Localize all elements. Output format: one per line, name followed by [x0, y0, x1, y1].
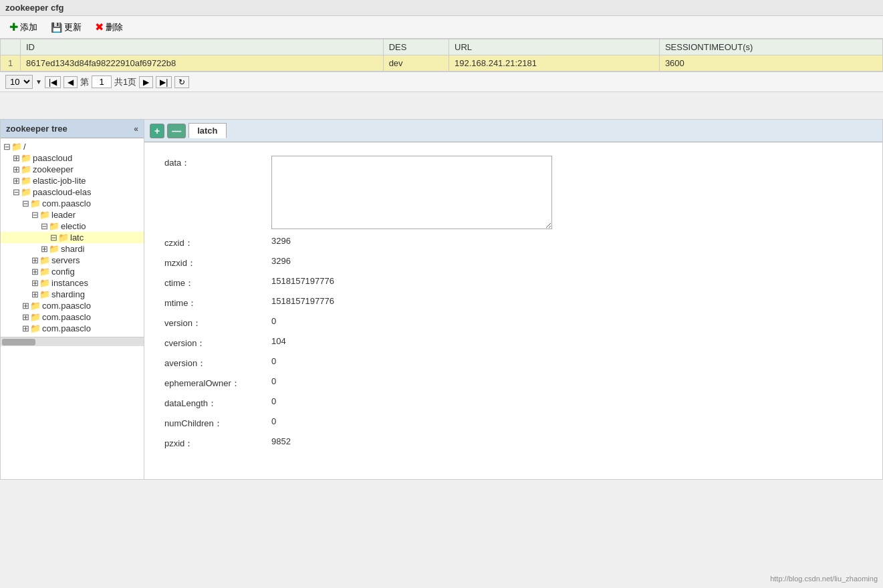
tree-item-sharding[interactable]: ⊞ 📁 sharding [1, 289, 144, 300]
folder-icon-instances: 📁 [39, 278, 50, 288]
update-button[interactable]: 💾 更新 [47, 20, 86, 35]
tree-item-com.paasclo[interactable]: ⊟ 📁 com.paasclo [1, 198, 144, 209]
cfg-table: ID DES URL SESSIONTIMEOUT(s) 1 8617ed134… [0, 39, 883, 71]
field-value: 0 [271, 316, 276, 326]
expand-icon-com.paasclo[interactable]: ⊟ [22, 198, 29, 208]
tree-item-paascloud-elas[interactable]: ⊟ 📁 paascloud-elas [1, 186, 144, 198]
cfg-toolbar: ✚ 添加 💾 更新 ✖ 删除 [0, 16, 883, 39]
first-page-btn[interactable]: |◀ [45, 76, 61, 88]
field-label: ctime： [164, 276, 271, 289]
delete-label: 删除 [106, 21, 123, 33]
field-value: 0 [271, 396, 276, 406]
pagination: 10 20 50 ▼ |◀ ◀ 第 共1页 ▶ ▶| ↻ [0, 71, 883, 92]
tree-item-config[interactable]: ⊞ 📁 config [1, 266, 144, 277]
page-text: 第 [80, 76, 89, 88]
tree-item-com.paasclo4[interactable]: ⊞ 📁 com.paasclo [1, 323, 144, 334]
row-num: 1 [1, 55, 21, 71]
tree-content: ⊟ 📁 / ⊞ 📁 paascloud ⊞ 📁 zookeeper ⊞ 📁 el… [1, 138, 144, 337]
detail-field-row: mtime： 1518157197776 [164, 296, 862, 309]
refresh-btn[interactable]: ↻ [174, 76, 189, 88]
expand-icon-com.paasclo3[interactable]: ⊞ [22, 312, 29, 322]
page-input[interactable] [92, 76, 112, 88]
field-value: 3296 [271, 256, 291, 266]
field-label: czxid： [164, 236, 271, 249]
tree-item-electio[interactable]: ⊟ 📁 electio [1, 220, 144, 232]
detail-field-row: version： 0 [164, 316, 862, 329]
expand-icon-servers[interactable]: ⊞ [31, 255, 38, 265]
field-label: mtime： [164, 296, 271, 309]
col-id: ID [21, 39, 384, 55]
add-label: 添加 [20, 21, 37, 33]
expand-icon-paascloud[interactable]: ⊞ [13, 153, 19, 163]
expand-icon-shardi[interactable]: ⊞ [41, 244, 47, 254]
field-value: 3296 [271, 236, 291, 246]
detail-field-row: numChildren： 0 [164, 416, 862, 430]
detail-add-btn[interactable]: + [150, 124, 164, 138]
detail-field-row: aversion： 0 [164, 356, 862, 370]
detail-content: data： czxid： 3296 mzxid： 3296 ctime： 151… [144, 142, 882, 470]
tree-item-root[interactable]: ⊟ 📁 / [1, 141, 144, 152]
col-des: DES [383, 39, 449, 55]
tree-scrollbar[interactable] [1, 337, 144, 346]
expand-icon-root[interactable]: ⊟ [3, 142, 10, 152]
detail-field-row: czxid： 3296 [164, 236, 862, 249]
tree-item-latc[interactable]: ⊟ 📁 latc [1, 232, 144, 243]
expand-icon-electio[interactable]: ⊟ [41, 221, 47, 231]
col-url: URL [449, 39, 660, 55]
cell-sessiontimeout: 3600 [659, 55, 882, 71]
detail-field-row: mzxid： 3296 [164, 256, 862, 269]
add-icon: ✚ [9, 21, 18, 33]
expand-icon-leader[interactable]: ⊟ [31, 210, 38, 220]
delete-icon: ✖ [95, 21, 104, 33]
update-label: 更新 [64, 21, 82, 33]
col-sessiontimeout: SESSIONTIMEOUT(s) [659, 39, 882, 55]
detail-tab-latch[interactable]: latch [188, 123, 226, 138]
detail-fields: czxid： 3296 mzxid： 3296 ctime： 151815719… [164, 236, 862, 450]
field-value: 9852 [271, 436, 291, 446]
expand-icon-instances[interactable]: ⊞ [31, 278, 38, 288]
expand-icon-elastic-job-lite[interactable]: ⊞ [13, 176, 19, 186]
detail-del-btn[interactable]: — [167, 124, 186, 138]
last-page-btn[interactable]: ▶| [156, 76, 172, 88]
page-size-select[interactable]: 10 20 50 [5, 75, 33, 89]
tree-item-com.paasclo3[interactable]: ⊞ 📁 com.paasclo [1, 311, 144, 323]
tree-item-shardi[interactable]: ⊞ 📁 shardi [1, 243, 144, 255]
tree-item-instances[interactable]: ⊞ 📁 instances [1, 277, 144, 289]
detail-field-row: ctime： 1518157197776 [164, 276, 862, 289]
cell-url: 192.168.241.21:2181 [449, 55, 660, 71]
data-label: data： [164, 156, 271, 169]
expand-icon-config[interactable]: ⊞ [31, 267, 38, 277]
spacer [0, 92, 883, 119]
expand-icon-paascloud-elas[interactable]: ⊟ [13, 187, 19, 197]
expand-icon-com.paasclo4[interactable]: ⊞ [22, 323, 29, 333]
tree-item-paascloud[interactable]: ⊞ 📁 paascloud [1, 152, 144, 164]
table-row[interactable]: 1 8617ed1343d84fa98222910af69722b8 dev 1… [1, 55, 883, 71]
expand-icon-latc[interactable]: ⊟ [50, 233, 57, 243]
folder-icon-latc: 📁 [58, 233, 69, 243]
tree-label-sharding: sharding [51, 289, 85, 299]
add-button[interactable]: ✚ 添加 [5, 19, 41, 35]
data-textarea[interactable] [271, 156, 552, 229]
tree-label-config: config [51, 267, 75, 277]
folder-icon-sharding: 📁 [39, 289, 50, 299]
delete-button[interactable]: ✖ 删除 [91, 19, 127, 35]
field-label: dataLength： [164, 396, 271, 410]
tree-item-zookeeper[interactable]: ⊞ 📁 zookeeper [1, 164, 144, 175]
field-value: 1518157197776 [271, 276, 334, 286]
tree-collapse-btn[interactable]: « [134, 124, 138, 134]
detail-panel: + — latch data： czxid： 3296 mzxid： 3296 … [144, 120, 882, 479]
field-label: cversion： [164, 336, 271, 349]
expand-icon-com.paasclo2[interactable]: ⊞ [22, 301, 29, 311]
folder-icon-paascloud: 📁 [21, 153, 31, 163]
tree-item-elastic-job-lite[interactable]: ⊞ 📁 elastic-job-lite [1, 175, 144, 186]
tree-item-servers[interactable]: ⊞ 📁 servers [1, 255, 144, 266]
cell-id: 8617ed1343d84fa98222910af69722b8 [21, 55, 384, 71]
next-page-btn[interactable]: ▶ [139, 76, 153, 88]
tree-label-elastic-job-lite: elastic-job-lite [33, 176, 86, 186]
expand-icon-sharding[interactable]: ⊞ [31, 289, 38, 299]
prev-page-btn[interactable]: ◀ [64, 76, 78, 88]
expand-icon-zookeeper[interactable]: ⊞ [13, 164, 19, 174]
detail-toolbar: + — latch [144, 120, 882, 142]
tree-item-com.paasclo2[interactable]: ⊞ 📁 com.paasclo [1, 300, 144, 311]
tree-item-leader[interactable]: ⊟ 📁 leader [1, 209, 144, 220]
